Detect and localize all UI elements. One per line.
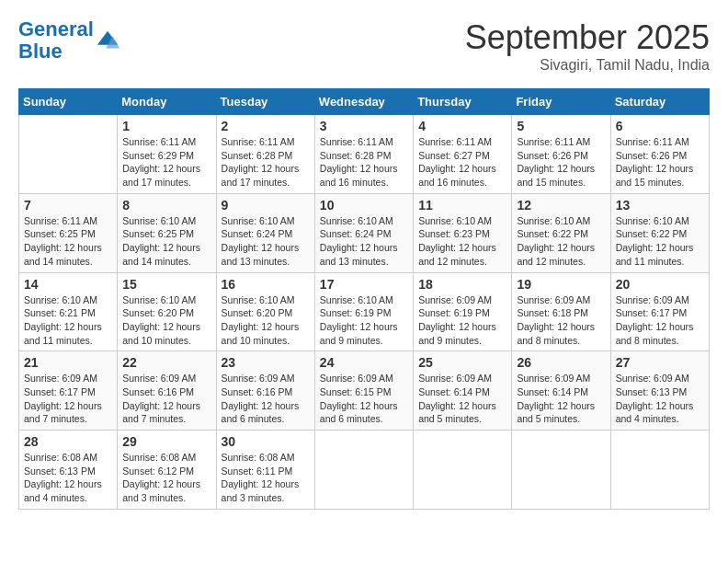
day-number: 8 — [122, 198, 210, 213]
day-number: 19 — [517, 277, 605, 292]
day-number: 22 — [122, 355, 210, 370]
logo-icon — [96, 28, 121, 53]
day-info: Sunrise: 6:08 AM Sunset: 6:11 PM Dayligh… — [222, 451, 310, 505]
day-info: Sunrise: 6:09 AM Sunset: 6:13 PM Dayligh… — [616, 372, 704, 426]
day-info: Sunrise: 6:11 AM Sunset: 6:27 PM Dayligh… — [418, 135, 506, 190]
calendar-week-4: 21Sunrise: 6:09 AM Sunset: 6:17 PM Dayli… — [19, 351, 710, 431]
calendar-cell: 4Sunrise: 6:11 AM Sunset: 6:27 PM Daylig… — [414, 115, 512, 194]
day-number: 6 — [616, 119, 704, 133]
day-info: Sunrise: 6:10 AM Sunset: 6:24 PM Dayligh… — [320, 214, 408, 269]
logo-line1: General — [18, 17, 94, 40]
calendar-cell: 28Sunrise: 6:08 AM Sunset: 6:13 PM Dayli… — [19, 431, 118, 510]
calendar-week-1: 1Sunrise: 6:11 AM Sunset: 6:29 PM Daylig… — [19, 115, 710, 194]
day-info: Sunrise: 6:11 AM Sunset: 6:28 PM Dayligh… — [222, 135, 310, 190]
day-info: Sunrise: 6:10 AM Sunset: 6:22 PM Dayligh… — [616, 214, 704, 269]
calendar-cell: 24Sunrise: 6:09 AM Sunset: 6:15 PM Dayli… — [314, 351, 413, 431]
calendar-cell: 2Sunrise: 6:11 AM Sunset: 6:28 PM Daylig… — [216, 115, 314, 194]
day-info: Sunrise: 6:11 AM Sunset: 6:28 PM Dayligh… — [320, 135, 408, 190]
calendar-cell: 21Sunrise: 6:09 AM Sunset: 6:17 PM Dayli… — [19, 351, 118, 431]
day-info: Sunrise: 6:11 AM Sunset: 6:26 PM Dayligh… — [517, 135, 605, 190]
calendar-cell: 25Sunrise: 6:09 AM Sunset: 6:14 PM Dayli… — [414, 351, 512, 431]
logo-line2: Blue — [18, 40, 63, 63]
title-block: September 2025 Sivagiri, Tamil Nadu, Ind… — [465, 18, 710, 74]
day-number: 3 — [320, 119, 408, 133]
month-title: September 2025 — [465, 18, 710, 57]
day-number: 29 — [122, 434, 210, 449]
calendar-cell — [414, 431, 512, 510]
day-info: Sunrise: 6:11 AM Sunset: 6:26 PM Dayligh… — [616, 135, 704, 190]
calendar-cell — [610, 431, 709, 510]
calendar-cell: 1Sunrise: 6:11 AM Sunset: 6:29 PM Daylig… — [118, 115, 216, 194]
header-monday: Monday — [118, 89, 216, 115]
day-number: 18 — [418, 277, 506, 292]
day-info: Sunrise: 6:11 AM Sunset: 6:29 PM Dayligh… — [122, 135, 210, 190]
calendar-cell: 10Sunrise: 6:10 AM Sunset: 6:24 PM Dayli… — [314, 193, 413, 272]
calendar-week-2: 7Sunrise: 6:11 AM Sunset: 6:25 PM Daylig… — [19, 193, 710, 272]
day-info: Sunrise: 6:11 AM Sunset: 6:25 PM Dayligh… — [24, 214, 112, 269]
day-info: Sunrise: 6:09 AM Sunset: 6:16 PM Dayligh… — [122, 372, 210, 426]
day-number: 30 — [222, 434, 310, 449]
calendar-cell: 20Sunrise: 6:09 AM Sunset: 6:17 PM Dayli… — [610, 272, 709, 351]
day-info: Sunrise: 6:08 AM Sunset: 6:13 PM Dayligh… — [24, 451, 112, 505]
calendar-cell: 13Sunrise: 6:10 AM Sunset: 6:22 PM Dayli… — [610, 193, 709, 272]
day-number: 14 — [24, 277, 112, 292]
calendar-cell — [512, 431, 610, 510]
calendar-cell: 26Sunrise: 6:09 AM Sunset: 6:14 PM Dayli… — [512, 351, 610, 431]
day-info: Sunrise: 6:09 AM Sunset: 6:17 PM Dayligh… — [616, 293, 704, 348]
day-info: Sunrise: 6:09 AM Sunset: 6:15 PM Dayligh… — [320, 372, 408, 426]
day-number: 16 — [222, 277, 310, 292]
day-number: 26 — [517, 355, 605, 370]
day-info: Sunrise: 6:10 AM Sunset: 6:23 PM Dayligh… — [418, 214, 506, 269]
calendar-cell: 30Sunrise: 6:08 AM Sunset: 6:11 PM Dayli… — [216, 431, 314, 510]
header-thursday: Thursday — [414, 89, 512, 115]
day-number: 12 — [517, 198, 605, 213]
day-info: Sunrise: 6:09 AM Sunset: 6:16 PM Dayligh… — [222, 372, 310, 426]
day-info: Sunrise: 6:09 AM Sunset: 6:14 PM Dayligh… — [517, 372, 605, 426]
calendar-cell: 29Sunrise: 6:08 AM Sunset: 6:12 PM Dayli… — [118, 431, 216, 510]
calendar-cell: 19Sunrise: 6:09 AM Sunset: 6:18 PM Dayli… — [512, 272, 610, 351]
day-number: 21 — [24, 355, 112, 370]
header-friday: Friday — [512, 89, 610, 115]
day-number: 1 — [122, 119, 210, 133]
calendar-cell: 15Sunrise: 6:10 AM Sunset: 6:20 PM Dayli… — [118, 272, 216, 351]
location-subtitle: Sivagiri, Tamil Nadu, India — [465, 57, 710, 74]
calendar-cell: 7Sunrise: 6:11 AM Sunset: 6:25 PM Daylig… — [19, 193, 118, 272]
header-tuesday: Tuesday — [216, 89, 314, 115]
day-info: Sunrise: 6:09 AM Sunset: 6:18 PM Dayligh… — [517, 293, 605, 348]
calendar-cell: 8Sunrise: 6:10 AM Sunset: 6:25 PM Daylig… — [118, 193, 216, 272]
day-number: 5 — [517, 119, 605, 133]
day-number: 7 — [24, 198, 112, 213]
calendar-cell: 27Sunrise: 6:09 AM Sunset: 6:13 PM Dayli… — [610, 351, 709, 431]
calendar-cell: 22Sunrise: 6:09 AM Sunset: 6:16 PM Dayli… — [118, 351, 216, 431]
calendar-cell — [19, 115, 118, 194]
header-wednesday: Wednesday — [314, 89, 413, 115]
calendar-table: SundayMondayTuesdayWednesdayThursdayFrid… — [18, 88, 710, 510]
calendar-cell: 16Sunrise: 6:10 AM Sunset: 6:20 PM Dayli… — [216, 272, 314, 351]
day-info: Sunrise: 6:10 AM Sunset: 6:21 PM Dayligh… — [24, 293, 112, 348]
day-info: Sunrise: 6:10 AM Sunset: 6:25 PM Dayligh… — [122, 214, 210, 269]
calendar-cell: 3Sunrise: 6:11 AM Sunset: 6:28 PM Daylig… — [314, 115, 413, 194]
calendar-week-3: 14Sunrise: 6:10 AM Sunset: 6:21 PM Dayli… — [19, 272, 710, 351]
day-number: 25 — [418, 355, 506, 370]
calendar-body: 1Sunrise: 6:11 AM Sunset: 6:29 PM Daylig… — [19, 115, 710, 510]
calendar-cell: 18Sunrise: 6:09 AM Sunset: 6:19 PM Dayli… — [414, 272, 512, 351]
day-number: 23 — [222, 355, 310, 370]
calendar-cell: 12Sunrise: 6:10 AM Sunset: 6:22 PM Dayli… — [512, 193, 610, 272]
calendar-cell: 17Sunrise: 6:10 AM Sunset: 6:19 PM Dayli… — [314, 272, 413, 351]
day-info: Sunrise: 6:08 AM Sunset: 6:12 PM Dayligh… — [122, 451, 210, 505]
day-number: 24 — [320, 355, 408, 370]
logo: General Blue — [18, 18, 121, 63]
day-info: Sunrise: 6:09 AM Sunset: 6:19 PM Dayligh… — [418, 293, 506, 348]
header-sunday: Sunday — [19, 89, 118, 115]
day-number: 17 — [320, 277, 408, 292]
calendar-cell: 23Sunrise: 6:09 AM Sunset: 6:16 PM Dayli… — [216, 351, 314, 431]
day-number: 2 — [222, 119, 310, 133]
day-number: 9 — [222, 198, 310, 213]
day-info: Sunrise: 6:10 AM Sunset: 6:22 PM Dayligh… — [517, 214, 605, 269]
day-number: 27 — [616, 355, 704, 370]
calendar-cell: 6Sunrise: 6:11 AM Sunset: 6:26 PM Daylig… — [610, 115, 709, 194]
day-info: Sunrise: 6:09 AM Sunset: 6:17 PM Dayligh… — [24, 372, 112, 426]
calendar-cell: 9Sunrise: 6:10 AM Sunset: 6:24 PM Daylig… — [216, 193, 314, 272]
day-info: Sunrise: 6:09 AM Sunset: 6:14 PM Dayligh… — [418, 372, 506, 426]
calendar-cell: 11Sunrise: 6:10 AM Sunset: 6:23 PM Dayli… — [414, 193, 512, 272]
